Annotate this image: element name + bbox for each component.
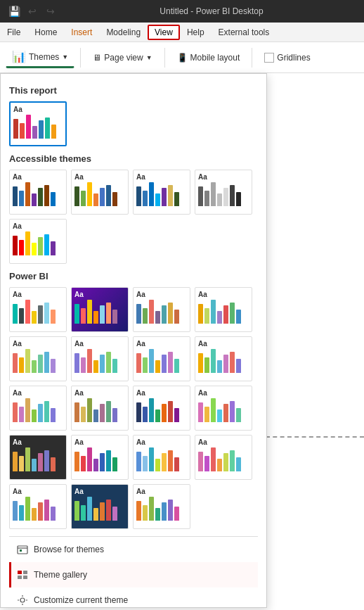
theme-card-pbi-7[interactable]: Aa: [133, 336, 190, 381]
theme-card-pbi-18[interactable]: Aa: [71, 484, 129, 529]
page-view-button[interactable]: 🖥 Page view ▼: [86, 49, 158, 66]
browse-icon: [17, 544, 28, 555]
mobile-layout-button[interactable]: 📱 Mobile layout: [171, 49, 247, 66]
theme-card-pbi-8[interactable]: Aa: [195, 336, 252, 381]
menu-home[interactable]: Home: [27, 25, 64, 40]
themes-button[interactable]: 📊 Themes ▼: [6, 46, 74, 68]
theme-card-pbi-19[interactable]: Aa: [133, 484, 190, 529]
svg-rect-3: [23, 571, 27, 574]
dotted-separator: [266, 436, 364, 438]
theme-card-pbi-15[interactable]: Aa: [133, 435, 190, 480]
ribbon: 📊 Themes ▼ 🖥 Page view ▼ 📱 Mobile layout…: [0, 42, 364, 73]
this-report-themes: Aa: [9, 101, 258, 146]
power-bi-themes-grid: Aa Aa Aa: [9, 287, 258, 529]
power-bi-title: Power BI: [9, 271, 258, 281]
svg-rect-2: [18, 571, 22, 574]
window-title: Untitled - Power BI Desktop: [65, 6, 358, 16]
themes-dropdown: This report Aa Accessible themes Aa: [0, 73, 267, 608]
page-view-chevron: ▼: [146, 54, 152, 61]
ribbon-separator-1: [80, 48, 81, 68]
bottom-menu-section: Browse for themes Theme gallery Customiz…: [9, 536, 258, 608]
theme-card-pbi-3[interactable]: Aa: [133, 287, 190, 332]
customize-icon: [17, 595, 28, 606]
menu-insert[interactable]: Insert: [64, 25, 99, 40]
ribbon-separator-2: [164, 48, 165, 68]
theme-card-accessible-3[interactable]: Aa: [133, 170, 190, 215]
theme-card-pbi-12[interactable]: Aa: [195, 386, 252, 431]
themes-chevron: ▼: [62, 53, 68, 61]
gridlines-checkbox[interactable]: [264, 53, 274, 63]
ribbon-separator-3: [252, 48, 252, 68]
svg-rect-4: [18, 576, 22, 579]
customize-theme-item[interactable]: Customize current theme: [9, 587, 258, 608]
theme-card-accessible-5[interactable]: Aa: [9, 219, 67, 264]
svg-rect-0: [18, 546, 27, 554]
mobile-icon: 📱: [177, 53, 188, 63]
theme-card-accessible-2[interactable]: Aa: [71, 170, 129, 215]
browse-for-themes-label: Browse for themes: [34, 545, 104, 554]
theme-card-pbi-10[interactable]: Aa: [71, 386, 129, 431]
svg-rect-5: [23, 576, 27, 579]
customize-theme-label: Customize current theme: [34, 595, 128, 605]
theme-card-pbi-6[interactable]: Aa: [71, 336, 129, 381]
theme-card-pbi-11[interactable]: Aa: [133, 386, 190, 431]
page-view-label: Page view: [104, 53, 143, 63]
theme-card-pbi-13[interactable]: Aa: [9, 435, 67, 480]
theme-card-pbi-4[interactable]: Aa: [195, 287, 252, 332]
svg-rect-1: [20, 549, 22, 552]
theme-card-pbi-16[interactable]: Aa: [195, 435, 252, 480]
theme-bars: [13, 115, 63, 139]
theme-gallery-item[interactable]: Theme gallery: [9, 562, 258, 587]
menu-external-tools[interactable]: External tools: [212, 25, 277, 40]
theme-card-pbi-17[interactable]: Aa: [9, 484, 67, 529]
theme-card-pbi-14[interactable]: Aa: [71, 435, 129, 480]
gridlines-button[interactable]: Gridlines: [258, 49, 316, 66]
theme-card-accessible-1[interactable]: Aa: [9, 170, 67, 215]
mobile-label: Mobile layout: [190, 53, 240, 63]
title-bar: 💾 ↩ ↪ Untitled - Power BI Desktop: [0, 0, 364, 23]
menu-view[interactable]: View: [148, 25, 180, 40]
page-view-icon: 🖥: [93, 53, 101, 63]
theme-card-pbi-2[interactable]: Aa: [71, 287, 129, 332]
themes-label: Themes: [29, 52, 59, 62]
theme-gallery-label: Theme gallery: [34, 570, 87, 580]
redo-button[interactable]: ↪: [42, 3, 59, 20]
title-bar-icons: 💾 ↩ ↪: [6, 3, 59, 20]
theme-card-accessible-4[interactable]: Aa: [195, 170, 252, 215]
themes-icon: 📊: [12, 50, 26, 63]
undo-button[interactable]: ↩: [24, 3, 41, 20]
accessible-themes-title: Accessible themes: [9, 153, 258, 164]
browse-for-themes-item[interactable]: Browse for themes: [9, 537, 258, 562]
gridlines-label: Gridlines: [277, 53, 310, 63]
menu-help[interactable]: Help: [180, 25, 212, 40]
menu-file[interactable]: File: [0, 25, 27, 40]
this-report-title: This report: [9, 85, 258, 96]
svg-point-6: [20, 598, 25, 602]
gallery-icon: [17, 569, 28, 580]
theme-card-pbi-1[interactable]: Aa: [9, 287, 67, 332]
menu-bar: File Home Insert Modeling View Help Exte…: [0, 23, 364, 42]
theme-card-pbi-9[interactable]: Aa: [9, 386, 67, 431]
save-icon[interactable]: 💾: [6, 3, 22, 20]
accessible-themes-grid: Aa Aa Aa: [9, 170, 258, 264]
theme-card-default[interactable]: Aa: [9, 101, 67, 146]
theme-card-pbi-5[interactable]: Aa: [9, 336, 67, 381]
menu-modeling[interactable]: Modeling: [99, 25, 148, 40]
